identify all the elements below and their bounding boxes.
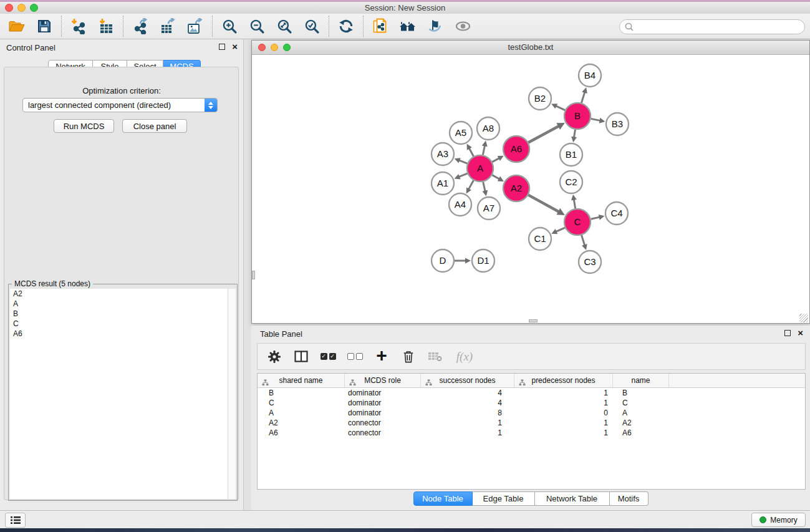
table-cell[interactable]: 1 (514, 418, 613, 427)
graph-edge[interactable] (556, 228, 565, 232)
window-resize-grip[interactable] (799, 314, 808, 322)
table-cell[interactable]: B (613, 389, 669, 397)
zoom-out-button[interactable] (248, 17, 266, 36)
graph-edge[interactable] (458, 173, 468, 177)
show-column-button[interactable] (293, 348, 309, 365)
graph-edge[interactable] (591, 217, 600, 219)
graph-edge[interactable] (458, 160, 467, 163)
table-cell[interactable]: A (613, 409, 669, 417)
graph-node-C4[interactable]: C4 (605, 202, 628, 225)
result-list-item[interactable]: A (10, 299, 228, 309)
table-row[interactable]: A6connector11A6 (258, 428, 805, 438)
delete-table-button-disabled[interactable] (427, 348, 443, 365)
canvas-bottom-grip[interactable] (529, 319, 538, 322)
graph-edge[interactable] (468, 180, 473, 190)
graph-edge[interactable] (591, 118, 601, 120)
graph-node-C[interactable]: C (564, 209, 591, 235)
export-table-button[interactable] (158, 17, 177, 36)
function-builder-button-disabled[interactable]: f(x) (454, 348, 475, 365)
import-network-button[interactable] (69, 17, 88, 36)
memory-button[interactable]: Memory (751, 513, 806, 527)
table-cell[interactable]: A6 (258, 428, 345, 437)
save-session-button[interactable] (35, 17, 54, 36)
float-panel-icon[interactable] (219, 44, 225, 50)
graph-node-A6[interactable]: A6 (503, 136, 529, 162)
table-cell[interactable]: 4 (421, 399, 514, 407)
hide-graphics-details-button[interactable] (426, 17, 445, 36)
close-network-window-button[interactable] (258, 44, 266, 51)
canvas-left-grip[interactable] (252, 271, 255, 279)
close-panel-icon[interactable]: × (232, 41, 238, 52)
network-canvas[interactable]: B4B2BB3A5A8A6B1A3AC2A1A2A4A7C4CC1C3DD1 (252, 55, 808, 322)
table-cell[interactable]: dominator (345, 409, 421, 417)
result-list-item[interactable]: A6 (10, 329, 228, 339)
table-cell[interactable]: 1 (421, 428, 514, 437)
graph-node-A4[interactable]: A4 (449, 193, 471, 216)
column-header-successor-nodes[interactable]: successor nodes (421, 374, 514, 387)
run-mcds-button[interactable]: Run MCDS (54, 119, 114, 133)
network-graph[interactable]: B4B2BB3A5A8A6B1A3AC2A1A2A4A7C4CC1C3DD1 (252, 55, 808, 322)
table-cell[interactable]: 0 (514, 409, 613, 417)
tab-motifs[interactable]: Motifs (610, 491, 648, 506)
graph-edge[interactable] (555, 105, 565, 110)
table-cell[interactable]: B (258, 389, 345, 397)
graph-edge[interactable] (582, 235, 585, 246)
table-cell[interactable]: A2 (613, 418, 669, 427)
graph-edge[interactable] (528, 195, 559, 212)
graph-node-A1[interactable]: A1 (432, 172, 454, 195)
table-row[interactable]: Bdominator41B (258, 388, 805, 398)
task-history-button[interactable] (5, 513, 26, 528)
column-header-name[interactable]: name (613, 374, 669, 387)
graph-edge[interactable] (528, 126, 559, 143)
result-list-item[interactable]: A2 (10, 289, 228, 299)
graph-node-B[interactable]: B (564, 103, 591, 129)
zoom-network-window-button[interactable] (283, 44, 291, 51)
graph-node-C3[interactable]: C3 (579, 251, 601, 273)
export-network-button[interactable] (131, 17, 150, 36)
column-header-predecessor-nodes[interactable]: predecessor nodes (514, 374, 613, 387)
close-table-panel-icon[interactable]: × (798, 327, 803, 339)
graph-node-C1[interactable]: C1 (529, 228, 551, 250)
search-box[interactable] (619, 19, 805, 34)
graph-node-A2[interactable]: A2 (503, 175, 529, 201)
table-row[interactable]: A2connector11A2 (258, 418, 805, 428)
graph-node-B3[interactable]: B3 (606, 113, 629, 135)
table-cell[interactable]: 8 (421, 409, 514, 417)
deselect-all-button[interactable] (347, 348, 363, 365)
minimize-window-button[interactable] (17, 4, 26, 12)
table-cell[interactable]: 1 (514, 428, 613, 437)
graph-edge[interactable] (492, 158, 499, 162)
table-cell[interactable]: dominator (345, 389, 421, 397)
table-cell[interactable]: 1 (514, 389, 613, 397)
zoom-in-button[interactable] (220, 17, 239, 36)
select-all-button[interactable]: ✓✓ (320, 348, 336, 365)
home-pair-button[interactable] (398, 17, 417, 36)
column-header-shared-name[interactable]: shared name (258, 374, 345, 387)
network-window-titlebar[interactable]: testGlobe.txt (252, 41, 809, 55)
graph-edge[interactable] (483, 145, 485, 155)
tab-node-table[interactable]: Node Table (413, 491, 473, 506)
result-list-scrollbar[interactable] (228, 289, 236, 499)
add-column-button[interactable]: + (374, 348, 390, 365)
table-cell[interactable]: C (613, 399, 669, 407)
refresh-button[interactable] (337, 17, 355, 36)
table-cell[interactable]: C (258, 399, 345, 407)
table-cell[interactable]: dominator (345, 399, 421, 407)
table-cell[interactable]: A (258, 409, 345, 417)
table-cell[interactable]: A2 (258, 418, 345, 427)
graph-node-A7[interactable]: A7 (478, 197, 500, 220)
graph-node-A3[interactable]: A3 (432, 143, 454, 165)
table-settings-button[interactable] (266, 348, 282, 365)
close-panel-button[interactable]: Close panel (122, 119, 187, 133)
show-graphics-details-button[interactable] (453, 17, 472, 36)
graph-node-B2[interactable]: B2 (529, 87, 551, 110)
session-details-button[interactable] (371, 17, 390, 36)
tab-network-table[interactable]: Network Table (535, 491, 610, 506)
table-row[interactable]: Adominator80A (258, 408, 805, 418)
delete-column-button[interactable] (400, 348, 417, 365)
close-window-button[interactable] (5, 4, 13, 12)
table-cell[interactable]: 1 (514, 399, 613, 407)
graph-edge[interactable] (574, 130, 575, 138)
result-list-item[interactable]: C (10, 319, 228, 329)
mcds-result-list[interactable]: A2ABCA6 (10, 289, 228, 499)
